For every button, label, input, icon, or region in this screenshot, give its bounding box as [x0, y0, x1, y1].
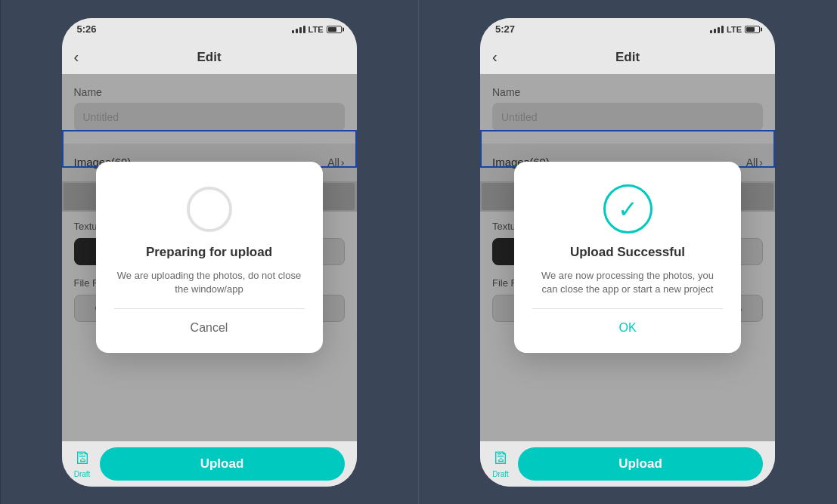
nav-bar-right: ‹ Edit	[480, 41, 775, 74]
draft-button-right[interactable]: 🖺 Draft	[492, 449, 509, 478]
phones-container: 5:26 LTE ‹ Edit	[0, 0, 837, 504]
dialog-icon-left	[183, 183, 236, 236]
upload-label-left: Upload	[200, 456, 244, 472]
cancel-button-left[interactable]: Cancel	[191, 318, 228, 338]
nav-title-left: Edit	[197, 50, 221, 65]
bar2	[296, 29, 298, 33]
bottom-bar-left: 🖺 Draft Upload	[62, 441, 357, 487]
back-button-left[interactable]: ‹	[74, 48, 79, 66]
bar1	[292, 30, 294, 33]
upload-button-left[interactable]: Upload	[100, 447, 345, 481]
upload-button-right[interactable]: Upload	[518, 447, 763, 481]
battery-left	[327, 26, 342, 33]
signal-left	[292, 26, 305, 33]
screen-content-right: Name Untitled Images(69) All ›	[480, 74, 775, 441]
bar3	[299, 27, 302, 33]
lte-label-left: LTE	[308, 25, 324, 34]
time-right: 5:27	[495, 23, 515, 35]
phone-left-wrapper: 5:26 LTE ‹ Edit	[1, 0, 419, 504]
dialog-icon-right: ✓	[601, 183, 654, 236]
draft-icon-left: 🖺	[74, 449, 91, 468]
draft-button-left[interactable]: 🖺 Draft	[74, 449, 91, 478]
signal-right	[710, 26, 724, 33]
dialog-right: ✓ Upload Successful We are now processin…	[514, 162, 741, 353]
phone-right-wrapper: 5:27 LTE ‹ Edit	[419, 0, 837, 504]
dialog-title-right: Upload Successful	[570, 245, 685, 260]
dialog-overlay-right: ✓ Upload Successful We are now processin…	[480, 74, 775, 441]
dialog-body-left: We are uploading the photos, do not clos…	[114, 269, 305, 296]
dialog-body-right: We are now processing the photos, you ca…	[532, 269, 723, 296]
bottom-bar-right: 🖺 Draft Upload	[480, 441, 775, 487]
spinner-icon	[187, 187, 232, 232]
status-icons-left: LTE	[292, 25, 342, 34]
screen-content-left: Name Untitled Images(69) All ›	[62, 74, 357, 441]
draft-label-left: Draft	[74, 470, 91, 478]
lte-label-right: LTE	[727, 25, 742, 34]
dialog-title-left: Preparing for upload	[146, 245, 272, 260]
battery-right	[745, 26, 760, 33]
battery-fill-right	[746, 27, 755, 32]
checkmark-icon: ✓	[618, 197, 638, 221]
ok-button-right[interactable]: OK	[618, 318, 636, 338]
success-circle-icon: ✓	[603, 184, 653, 233]
time-left: 5:26	[77, 23, 97, 35]
bar4	[303, 26, 305, 33]
dialog-divider-left	[114, 308, 305, 309]
draft-label-right: Draft	[492, 470, 509, 478]
battery-fill-left	[328, 27, 336, 32]
dialog-overlay-left: Preparing for upload We are uploading th…	[62, 74, 357, 441]
phone-left-screen: 5:26 LTE ‹ Edit	[62, 18, 357, 487]
dialog-divider-right	[532, 308, 723, 309]
draft-icon-right: 🖺	[492, 449, 509, 468]
dialog-left: Preparing for upload We are uploading th…	[96, 162, 323, 353]
upload-label-right: Upload	[618, 456, 662, 472]
status-icons-right: LTE	[710, 25, 760, 34]
nav-bar-left: ‹ Edit	[62, 41, 357, 74]
status-bar-left: 5:26 LTE	[62, 18, 357, 41]
back-button-right[interactable]: ‹	[492, 48, 498, 66]
status-bar-right: 5:27 LTE	[480, 18, 775, 41]
nav-title-right: Edit	[615, 50, 640, 65]
phone-right-screen: 5:27 LTE ‹ Edit	[480, 18, 775, 487]
